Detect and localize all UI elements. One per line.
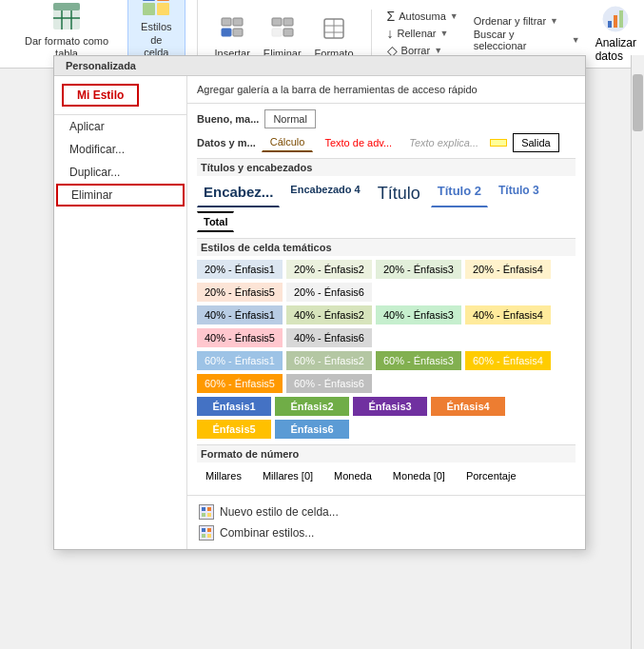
theme-40-e4-item[interactable]: 40% - Énfasis4: [465, 305, 551, 324]
calculo-style-item[interactable]: Cálculo: [262, 132, 314, 152]
dropdown-header: Personalizada: [54, 56, 585, 76]
format-table-button[interactable]: Dar formato como tabla: [8, 0, 126, 62]
rellenar-icon: ↓: [387, 26, 394, 41]
theme-40-e3-item[interactable]: 40% - Énfasis3: [376, 305, 461, 324]
theme-60-e5-item[interactable]: 60% - Énfasis5: [197, 374, 283, 393]
svg-rect-7: [143, 3, 155, 15]
titulo2-item[interactable]: Título 2: [431, 180, 488, 207]
format-icon: [317, 11, 351, 46]
eliminar-menu-item[interactable]: Eliminar: [56, 184, 185, 206]
theme-20-e3-item[interactable]: 20% - Énfasis3: [376, 260, 461, 279]
thematic-row-enfasis: Énfasis1 Énfasis2 Énfasis3 Énfasis4 Énfa…: [197, 397, 576, 439]
theme-e5-item[interactable]: Énfasis5: [197, 420, 271, 439]
theme-20-e2-item[interactable]: 20% - Énfasis2: [286, 260, 372, 279]
dropdown-body: Mi Estilo Aplicar Modificar... Duplicar.…: [54, 76, 585, 549]
add-gallery-item[interactable]: Agregar galería a la barra de herramient…: [187, 76, 585, 104]
custom-style-section: Mi Estilo: [54, 80, 186, 115]
insert-button[interactable]: Insertar: [209, 10, 256, 62]
theme-e3-item[interactable]: Énfasis3: [353, 397, 427, 416]
scrollbar[interactable]: [631, 55, 644, 649]
theme-40-e6-item[interactable]: 40% - Énfasis6: [286, 328, 372, 347]
cell-styles-button[interactable]: Estilos decelda: [127, 0, 185, 62]
number-format-label: Formato de número: [197, 444, 576, 462]
good-bad-label: Bueno, ma...: [197, 113, 259, 125]
theme-20-e1-item[interactable]: 20% - Énfasis1: [197, 260, 283, 279]
borrar-arrow: ▼: [434, 46, 442, 55]
svg-rect-27: [202, 513, 205, 517]
theme-20-e6-item[interactable]: 20% - Énfasis6: [286, 283, 372, 302]
theme-e4-item[interactable]: Énfasis4: [431, 397, 505, 416]
total-item[interactable]: Total: [197, 211, 234, 232]
svg-rect-9: [222, 18, 231, 26]
rellenar-row[interactable]: ↓ Rellenar ▼: [387, 26, 459, 41]
theme-60-e3-item[interactable]: 60% - Énfasis3: [376, 351, 461, 370]
format-button[interactable]: Formato: [309, 10, 360, 62]
svg-rect-6: [157, 0, 169, 1]
svg-rect-32: [207, 534, 211, 538]
texto-adv-text: Texto de adv...: [324, 137, 392, 148]
combinar-action[interactable]: Combinar estilos...: [199, 522, 574, 543]
ordenar-row[interactable]: Ordenar y filtrar ▼: [474, 15, 580, 27]
theme-e6-item[interactable]: Énfasis6: [275, 420, 349, 439]
borrar-label: Borrar: [401, 45, 431, 56]
autosuma-row[interactable]: Σ Autosuma ▼: [387, 9, 459, 24]
theme-60-e6-item[interactable]: 60% - Énfasis6: [286, 374, 372, 393]
ribbon-right-group3: Analizardatos: [595, 4, 636, 63]
theme-40-e2-item[interactable]: 40% - Énfasis2: [286, 305, 372, 324]
texto-adv-item[interactable]: Texto de adv...: [319, 134, 398, 151]
thematic-row-40: 40% - Énfasis1 40% - Énfasis2 40% - Énfa…: [197, 305, 576, 347]
theme-40-e5-item[interactable]: 40% - Énfasis5: [197, 328, 283, 347]
input-cell-item[interactable]: [490, 139, 507, 147]
svg-rect-26: [207, 507, 211, 511]
theme-e2-item[interactable]: Énfasis2: [275, 397, 349, 416]
rellenar-arrow: ▼: [440, 29, 449, 38]
nuevo-estilo-label: Nuevo estilo de celda...: [220, 505, 339, 519]
encab4-item[interactable]: Encabezado 4: [283, 180, 366, 207]
data-model-label: Datos y m...: [197, 137, 256, 148]
insert-icon: [215, 11, 249, 46]
ribbon-group-cells: Insertar Eliminar: [209, 10, 372, 62]
millares0-item[interactable]: Millares [0]: [254, 466, 322, 485]
titulo-item[interactable]: Título: [371, 180, 427, 207]
moneda0-item[interactable]: Moneda [0]: [384, 466, 454, 485]
titulo3-item[interactable]: Título 3: [492, 180, 546, 207]
ordenar-arrow: ▼: [550, 16, 558, 26]
number-format-row: Millares Millares [0] Moneda Moneda [0] …: [197, 466, 576, 485]
analizar-icon: [600, 4, 631, 34]
nuevo-estilo-action[interactable]: Nuevo estilo de celda...: [199, 502, 574, 522]
cell-styles-dropdown: Personalizada Mi Estilo Aplicar Modifica…: [53, 55, 586, 550]
aplicar-menu-item[interactable]: Aplicar: [54, 115, 186, 138]
mi-estilo-item[interactable]: Mi Estilo: [62, 84, 139, 107]
ribbon-right-group2: Ordenar y filtrar ▼ Buscar y seleccionar…: [474, 15, 580, 51]
ordenar-label: Ordenar y filtrar: [474, 15, 546, 27]
scrollbar-thumb[interactable]: [633, 74, 643, 131]
svg-rect-16: [283, 29, 293, 36]
theme-60-e2-item[interactable]: 60% - Énfasis2: [286, 351, 372, 370]
theme-60-e1-item[interactable]: 60% - Énfasis1: [197, 351, 283, 370]
porcentaje-item[interactable]: Porcentaje: [458, 466, 525, 485]
texto-explica-item[interactable]: Texto explica...: [403, 134, 484, 151]
svg-rect-14: [283, 18, 293, 26]
combinar-icon: [199, 525, 214, 541]
titles-section-label: Títulos y encabezados: [197, 158, 576, 176]
salida-item[interactable]: Salida: [513, 133, 559, 152]
analizar-btn[interactable]: Analizardatos: [595, 4, 636, 63]
svg-rect-8: [157, 3, 169, 15]
normal-style-item[interactable]: Normal: [264, 109, 315, 128]
theme-20-e5-item[interactable]: 20% - Énfasis5: [197, 283, 283, 302]
cell-styles-label: Estilos decelda: [134, 21, 179, 59]
combinar-label: Combinar estilos...: [220, 526, 314, 540]
encab-item[interactable]: Encabez...: [197, 180, 280, 207]
theme-60-e4-item[interactable]: 60% - Énfasis4: [465, 351, 551, 370]
theme-e1-item[interactable]: Énfasis1: [197, 397, 271, 416]
buscar-row[interactable]: Buscar y seleccionar ▼: [474, 29, 580, 51]
millares-item[interactable]: Millares: [197, 466, 250, 485]
duplicar-menu-item[interactable]: Duplicar...: [54, 161, 186, 184]
delete-button[interactable]: Eliminar: [258, 10, 307, 62]
modificar-menu-item[interactable]: Modificar...: [54, 138, 186, 161]
moneda-item[interactable]: Moneda: [325, 466, 381, 485]
theme-40-e1-item[interactable]: 40% - Énfasis1: [197, 305, 283, 324]
theme-20-e4-item[interactable]: 20% - Énfasis4: [465, 260, 551, 279]
thematic-section-label: Estilos de celda temáticos: [197, 238, 576, 256]
svg-rect-25: [202, 507, 205, 511]
